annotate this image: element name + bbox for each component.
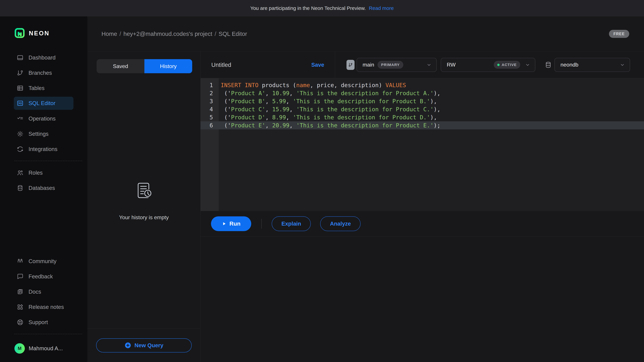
run-label: Run: [230, 220, 240, 227]
breadcrumb-item[interactable]: hey+2@mahmoud.codes's project: [124, 30, 212, 37]
sidebar-item-roles[interactable]: Roles: [14, 165, 74, 180]
chevron-down-icon: [426, 62, 432, 67]
code-line[interactable]: 5 ('Product D', 8.99, 'This is the descr…: [200, 113, 644, 121]
code-editor[interactable]: 1INSERT INTO products (name, price, desc…: [200, 78, 644, 211]
history-empty-state: Your history is empty: [88, 73, 200, 329]
sidebar-item-label: Databases: [28, 185, 55, 191]
sidebar-item-operations[interactable]: Operations: [14, 111, 74, 126]
history-footer: New Query: [88, 329, 200, 362]
sidebar-item-label: SQL Editor: [28, 100, 55, 106]
user-menu[interactable]: M Mahmoud A...: [14, 343, 88, 354]
line-number: 2: [200, 89, 219, 97]
sidebar: NEON DashboardBranchesTablesSQL EditorOp…: [0, 16, 88, 362]
sidebar-item-feedback[interactable]: Feedback: [14, 269, 74, 284]
sidebar-item-label: Dashboard: [28, 54, 56, 61]
gear-icon: [17, 131, 24, 137]
sidebar-item-label: Branches: [28, 70, 52, 76]
code-line[interactable]: 3 ('Product B', 5.99, 'This is the descr…: [200, 97, 644, 105]
compute-select[interactable]: RW ACTIVE: [441, 58, 535, 72]
checklist-icon: [17, 115, 24, 122]
window-icon: [17, 54, 24, 61]
brand-logo[interactable]: NEON: [0, 16, 88, 38]
tab-history[interactable]: History: [144, 59, 192, 73]
code-text: ('Product D', 8.99, 'This is the descrip…: [219, 113, 437, 121]
code-line[interactable]: 6 ('Product E', 20.99, 'This is the desc…: [200, 121, 644, 129]
breadcrumb-item[interactable]: SQL Editor: [218, 30, 247, 37]
branch-badge-icon[interactable]: [346, 60, 354, 70]
actions-divider: [261, 219, 262, 229]
branch-name: main: [362, 62, 374, 68]
sidebar-item-label: Integrations: [28, 146, 57, 152]
chevron-down-icon: [620, 62, 625, 67]
sidebar-item-branches[interactable]: Branches: [14, 65, 74, 80]
save-button[interactable]: Save: [311, 62, 324, 68]
sidebar-item-label: Operations: [28, 115, 56, 122]
explain-button[interactable]: Explain: [272, 216, 311, 231]
sidebar-item-dashboard[interactable]: Dashboard: [14, 50, 74, 65]
sidebar-item-integrations[interactable]: Integrations: [14, 141, 74, 157]
analyze-button[interactable]: Analyze: [320, 216, 360, 231]
database-name: neondb: [560, 62, 578, 68]
sidebar-item-settings[interactable]: Settings: [14, 126, 74, 141]
plus-circle-icon: [124, 342, 131, 349]
sidebar-item-label: Roles: [28, 170, 42, 176]
breadcrumb-separator: /: [120, 30, 121, 37]
breadcrumb-separator: /: [215, 30, 216, 37]
status-dot: [497, 64, 500, 66]
message-icon: [17, 273, 24, 280]
community-icon: [17, 258, 24, 265]
sidebar-item-label: Community: [28, 258, 56, 265]
code-line[interactable]: 1INSERT INTO products (name, price, desc…: [200, 81, 644, 89]
saved-history-tabs: SavedHistory: [96, 59, 192, 73]
users-icon: [17, 169, 24, 176]
database-icon: [17, 185, 24, 191]
sidebar-nav-footer: CommunityFeedbackDocsRelease notesSuppor…: [0, 254, 88, 330]
sidebar-item-sql-editor[interactable]: SQL Editor: [14, 97, 74, 110]
sql-editor-pane: Untitled Save main: [200, 51, 644, 362]
code-text: ('Product E', 20.99, 'This is the descri…: [219, 121, 440, 129]
sidebar-nav-main: DashboardBranchesTablesSQL EditorOperati…: [0, 50, 88, 157]
new-query-label: New Query: [134, 342, 163, 349]
run-button[interactable]: Run: [211, 216, 251, 231]
editor-toolbar: Untitled Save main: [200, 51, 644, 78]
shapes-icon: [17, 304, 24, 310]
sidebar-item-label: Release notes: [28, 304, 64, 310]
status-label: ACTIVE: [502, 63, 517, 67]
database-select[interactable]: neondb: [554, 58, 630, 72]
sidebar-item-label: Docs: [28, 289, 41, 295]
active-status-badge: ACTIVE: [494, 61, 520, 69]
sidebar-item-support[interactable]: Support: [14, 315, 74, 330]
sidebar-item-databases[interactable]: Databases: [14, 180, 74, 196]
query-title[interactable]: Untitled: [211, 61, 231, 68]
sidebar-item-docs[interactable]: Docs: [14, 284, 74, 299]
history-empty-icon: [134, 181, 154, 202]
sidebar-item-release-notes[interactable]: Release notes: [14, 299, 74, 315]
page-header: Home/hey+2@mahmoud.codes's project/SQL E…: [88, 16, 644, 51]
code-text: INSERT INTO products (name, price, descr…: [219, 81, 406, 89]
user-name: Mahmoud A...: [29, 345, 63, 352]
sidebar-item-community[interactable]: Community: [14, 254, 74, 269]
tab-saved[interactable]: Saved: [96, 59, 144, 73]
plan-badge: FREE: [609, 30, 629, 38]
code-line[interactable]: 2 ('Product A', 10.99, 'This is the desc…: [200, 89, 644, 97]
sidebar-item-label: Support: [28, 319, 48, 326]
sidebar-nav-secondary: RolesDatabases: [0, 165, 88, 196]
sidebar-divider: [14, 161, 82, 161]
primary-badge: PRIMARY: [378, 61, 403, 69]
line-number: 6: [200, 121, 219, 129]
docs-icon: [17, 289, 24, 295]
code-line[interactable]: 4 ('Product C', 15.99, 'This is the desc…: [200, 105, 644, 113]
line-number: 5: [200, 113, 219, 121]
sidebar-item-label: Tables: [28, 85, 44, 91]
editor-actions: Run Explain Analyze: [200, 211, 644, 237]
breadcrumb-item[interactable]: Home: [102, 30, 117, 37]
breadcrumb[interactable]: Home/hey+2@mahmoud.codes's project/SQL E…: [102, 30, 247, 37]
neon-logo-icon: [14, 28, 25, 39]
terminal-icon: [17, 100, 24, 107]
sidebar-item-tables[interactable]: Tables: [14, 80, 74, 96]
new-query-button[interactable]: New Query: [96, 338, 192, 353]
technical-preview-banner: You are participating in the Neon Techni…: [0, 0, 644, 16]
branch-select[interactable]: main PRIMARY: [356, 58, 437, 72]
read-more-link[interactable]: Read more: [369, 5, 394, 11]
sidebar-item-label: Feedback: [28, 273, 53, 280]
